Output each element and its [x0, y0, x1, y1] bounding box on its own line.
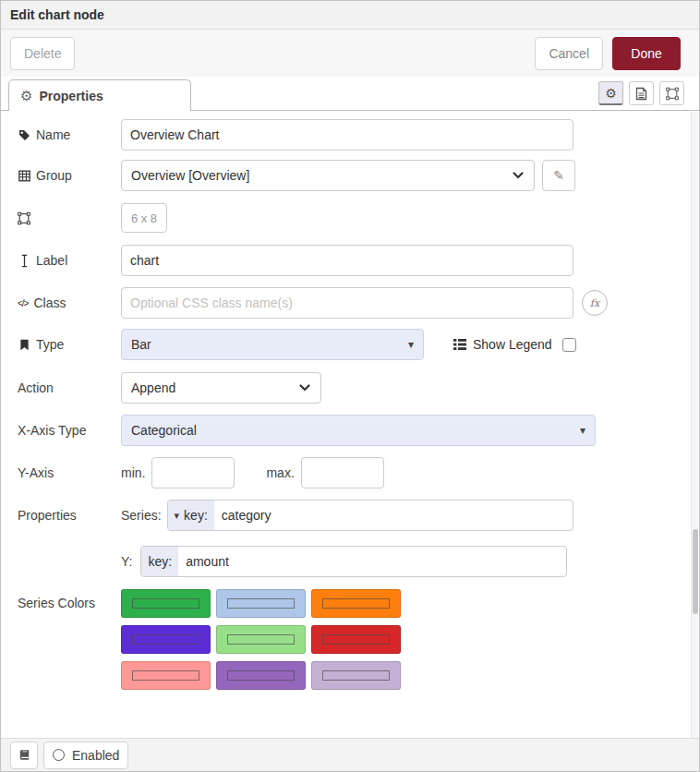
gear-icon: ⚙ — [605, 86, 617, 101]
caret-down-icon: ▾ — [408, 338, 414, 351]
ykey-row: Y: key: amount — [18, 546, 567, 577]
tab-properties[interactable]: ⚙ Properties — [8, 79, 191, 111]
group-selected-value: Overview [Overview] — [131, 168, 249, 183]
code-icon: </> — [18, 296, 28, 309]
size-row: 6 x 8 — [18, 202, 167, 234]
description-view-button[interactable] — [629, 81, 654, 105]
swatch-inner-outline — [132, 670, 199, 681]
series-colors-grid — [121, 589, 401, 690]
action-row: Action Append — [18, 372, 321, 404]
color-swatch[interactable] — [216, 625, 306, 654]
xaxis-row: X-Axis Type Categorical ▾ — [18, 415, 596, 446]
document-icon — [635, 87, 648, 100]
color-swatch[interactable] — [311, 589, 401, 618]
size-button[interactable]: 6 x 8 — [121, 203, 167, 233]
series-key-value: category — [214, 501, 279, 530]
properties-label: Properties — [18, 508, 77, 523]
name-row: Name — [18, 119, 573, 151]
done-button[interactable]: Done — [612, 37, 681, 70]
chevron-down-icon — [512, 169, 525, 182]
dialog-title: Edit chart node — [10, 7, 104, 22]
dialog-button-row: Delete Cancel Done — [1, 30, 699, 77]
dialog-footer: Enabled — [1, 738, 699, 771]
group-select[interactable]: Overview [Overview] — [121, 160, 535, 191]
label-input[interactable] — [121, 245, 573, 276]
properties-view-button[interactable]: ⚙ — [598, 81, 623, 105]
delete-button[interactable]: Delete — [10, 37, 75, 70]
type-label: Type — [36, 337, 64, 352]
swatch-inner-outline — [227, 598, 295, 609]
y-key-value: amount — [178, 547, 236, 576]
appearance-view-button[interactable] — [659, 81, 684, 105]
cancel-button[interactable]: Cancel — [535, 37, 603, 70]
color-swatch[interactable] — [216, 589, 306, 618]
color-swatch[interactable] — [311, 661, 401, 690]
caret-down-icon: ▾ — [175, 510, 180, 522]
text-cursor-icon — [18, 254, 30, 267]
edit-chart-node-dialog: Edit chart node Delete Cancel Done ⚙ Pro… — [0, 0, 700, 772]
class-label: Class — [33, 296, 66, 310]
caret-down-icon: ▾ — [580, 424, 585, 437]
swatch-inner-outline — [322, 598, 390, 609]
swatch-inner-outline — [132, 598, 199, 609]
properties-form: Name Group Overview [Overview] ✎ — [1, 112, 699, 738]
list-icon — [453, 338, 466, 351]
enabled-label: Enabled — [72, 748, 119, 763]
gear-icon: ⚙ — [20, 89, 32, 103]
series-row: Properties Series: ▾ key: category — [18, 500, 573, 531]
editor-toolbar: ⚙ — [598, 81, 699, 110]
yaxis-max-label: max. — [266, 465, 294, 480]
xaxis-type-dropdown[interactable]: Categorical ▾ — [121, 415, 596, 446]
enabled-toggle-button[interactable]: Enabled — [43, 742, 128, 769]
xaxis-selected-value: Categorical — [131, 423, 197, 438]
table-icon — [18, 169, 30, 182]
swatch-inner-outline — [322, 634, 390, 645]
tag-icon — [18, 128, 30, 141]
yaxis-min-input[interactable] — [151, 457, 235, 489]
color-swatch[interactable] — [216, 661, 306, 690]
tab-properties-label: Properties — [39, 89, 103, 103]
group-row: Group Overview [Overview] ✎ — [18, 160, 575, 191]
yaxis-row: Y-Axis min. max. — [18, 457, 384, 489]
type-selected-value: Bar — [131, 337, 151, 352]
show-legend-group: Show Legend — [453, 337, 576, 352]
color-swatch[interactable] — [311, 625, 401, 654]
form-scrollbar[interactable] — [691, 112, 698, 739]
object-group-icon — [666, 87, 679, 100]
book-icon — [18, 749, 30, 762]
series-key-input[interactable]: ▾ key: category — [167, 500, 573, 531]
show-legend-checkbox[interactable] — [562, 338, 576, 352]
action-label: Action — [18, 380, 54, 395]
y-key-input[interactable]: key: amount — [140, 546, 567, 577]
type-row: Type Bar ▾ Show Legend — [18, 329, 576, 360]
show-legend-label: Show Legend — [473, 337, 552, 352]
action-select[interactable]: Append — [121, 372, 321, 404]
yaxis-min-label: min. — [121, 465, 145, 480]
class-input[interactable] — [121, 287, 573, 319]
label-row: Label — [18, 245, 573, 276]
series-key-type-select[interactable]: ▾ key: — [168, 501, 214, 530]
pencil-icon: ✎ — [553, 168, 564, 183]
docs-button[interactable] — [10, 742, 38, 769]
key-prefix-label: key: — [148, 554, 172, 569]
type-dropdown[interactable]: Bar ▾ — [121, 329, 424, 360]
enabled-status-icon — [53, 749, 65, 761]
scrollbar-thumb[interactable] — [693, 529, 698, 614]
y-key-prefix: key: — [141, 547, 178, 576]
name-label: Name — [36, 127, 70, 142]
edit-group-button[interactable]: ✎ — [542, 160, 575, 191]
fx-button[interactable]: fx — [582, 290, 608, 316]
chevron-down-icon — [298, 381, 311, 394]
key-prefix-label: key: — [184, 508, 208, 523]
color-swatch[interactable] — [121, 625, 211, 654]
y-label: Y: — [121, 554, 132, 569]
color-swatch[interactable] — [121, 589, 211, 618]
dialog-header: Edit chart node — [1, 1, 699, 30]
name-input[interactable] — [121, 119, 573, 151]
action-selected-value: Append — [131, 380, 175, 395]
color-swatch[interactable] — [121, 661, 211, 690]
bookmark-icon — [18, 338, 30, 351]
yaxis-max-input[interactable] — [301, 457, 384, 489]
tab-bar: ⚙ Properties ⚙ — [1, 77, 699, 111]
class-row: </> Class fx — [18, 287, 608, 319]
